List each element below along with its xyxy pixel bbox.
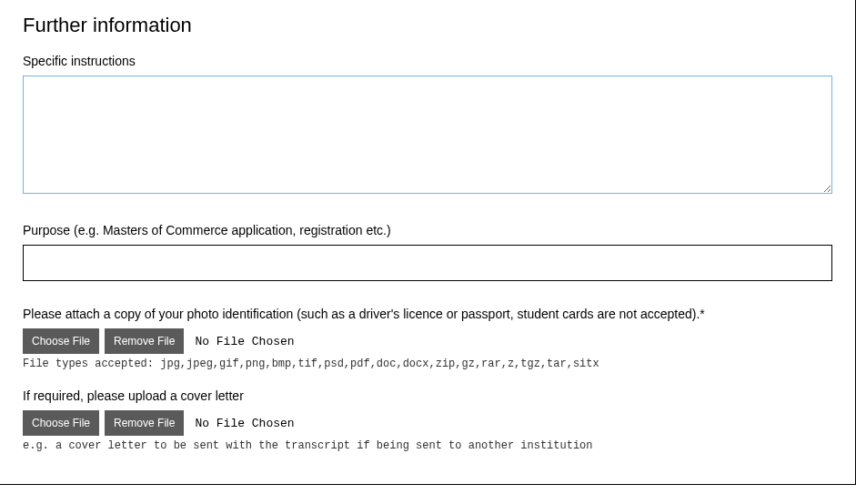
cover-letter-label: If required, please upload a cover lette… [23, 388, 832, 403]
photo-id-label: Please attach a copy of your photo ident… [23, 307, 832, 321]
instructions-label: Specific instructions [23, 54, 832, 68]
cover-letter-choose-button[interactable]: Choose File [23, 410, 99, 436]
photo-id-choose-button[interactable]: Choose File [23, 328, 99, 354]
section-title: Further information [23, 14, 832, 37]
photo-id-section: Please attach a copy of your photo ident… [23, 307, 832, 370]
photo-id-status: No File Chosen [195, 335, 294, 348]
cover-letter-controls: Choose File Remove File No File Chosen [23, 410, 832, 436]
purpose-label: Purpose (e.g. Masters of Commerce applic… [23, 223, 832, 237]
cover-letter-status: No File Chosen [195, 417, 294, 430]
cover-letter-section: If required, please upload a cover lette… [23, 388, 832, 452]
photo-id-remove-button[interactable]: Remove File [105, 328, 184, 354]
cover-letter-hint: e.g. a cover letter to be sent with the … [23, 439, 832, 452]
instructions-textarea[interactable] [23, 76, 832, 194]
purpose-input[interactable] [23, 245, 832, 281]
photo-id-hint: File types accepted: jpg,jpeg,gif,png,bm… [23, 358, 832, 370]
cover-letter-remove-button[interactable]: Remove File [105, 410, 184, 436]
photo-id-controls: Choose File Remove File No File Chosen [23, 328, 832, 354]
